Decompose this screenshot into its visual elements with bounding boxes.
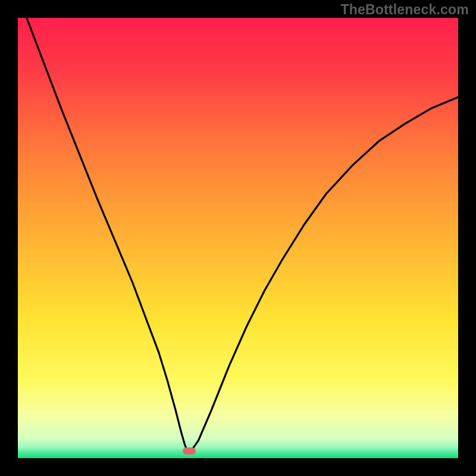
optimal-marker bbox=[183, 447, 196, 455]
chart-frame: TheBottleneck.com bbox=[0, 0, 476, 476]
plot-area bbox=[18, 18, 458, 458]
watermark-text: TheBottleneck.com bbox=[340, 2, 469, 18]
bottleneck-curve bbox=[18, 18, 458, 458]
